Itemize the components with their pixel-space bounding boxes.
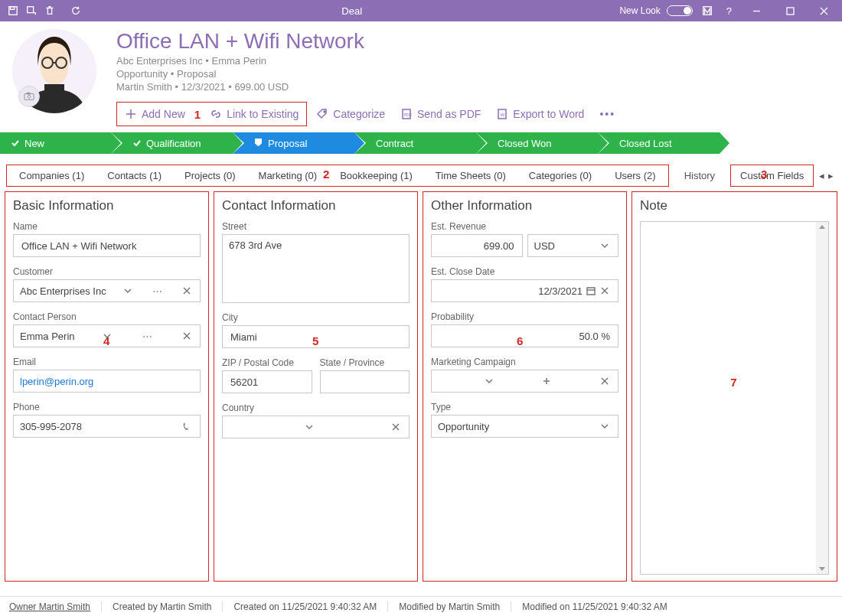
note-textarea[interactable]: [640, 221, 829, 575]
minimize-button[interactable]: [742, 0, 770, 21]
email-label: Email: [13, 357, 201, 367]
clear-icon[interactable]: [389, 422, 403, 432]
stage-contract[interactable]: Contract: [354, 132, 476, 154]
maximize-button[interactable]: [776, 0, 804, 21]
email-link[interactable]: lperin@perin.org: [20, 376, 93, 387]
clear-icon[interactable]: [598, 286, 612, 295]
phone-field[interactable]: 305-995-2078: [13, 415, 201, 438]
help-icon[interactable]: ?: [722, 5, 736, 17]
chevron-down-icon[interactable]: [598, 241, 612, 250]
refresh-icon[interactable]: [67, 2, 84, 19]
clear-icon[interactable]: [180, 331, 194, 341]
tabs-scroll-left[interactable]: ◂: [819, 171, 827, 181]
calendar-icon[interactable]: [584, 286, 598, 295]
panel-basic: Basic Information Name Customer Abc Ente…: [5, 191, 209, 582]
stage-qualification[interactable]: Qualification: [111, 132, 233, 154]
phone-label: Phone: [13, 402, 201, 412]
clear-icon[interactable]: [598, 376, 612, 386]
new-look-toggle[interactable]: [667, 5, 693, 16]
currency-field[interactable]: USD: [527, 234, 619, 257]
street-field[interactable]: 678 3rd Ave: [222, 234, 410, 303]
header-company[interactable]: Abc Enterprises Inc: [116, 55, 203, 67]
header-main: Office LAN + Wifi Network Abc Enterprise…: [96, 29, 830, 126]
state-field[interactable]: [320, 370, 410, 393]
name-field[interactable]: [13, 234, 201, 257]
email-field[interactable]: lperin@perin.org: [13, 370, 201, 393]
plus-icon[interactable]: [540, 376, 553, 386]
tab-contacts[interactable]: Contacts (1): [96, 168, 172, 184]
contact-person-field[interactable]: Emma Perin ⋯: [13, 324, 201, 347]
chevron-down-icon[interactable]: [100, 331, 114, 341]
panels: Basic Information Name Customer Abc Ente…: [0, 187, 842, 582]
export-word-button[interactable]: WExport to Word: [490, 105, 590, 123]
close-button[interactable]: [810, 0, 837, 21]
tab-users[interactable]: Users (2): [604, 168, 666, 184]
more-actions-button[interactable]: •••: [593, 105, 622, 123]
clear-icon[interactable]: [180, 286, 194, 295]
annotation-box-3: Custom Fields: [730, 165, 814, 187]
tab-history[interactable]: History: [674, 168, 726, 184]
tab-timesheets[interactable]: Time Sheets (0): [425, 168, 517, 184]
annotation-7: 7: [730, 376, 736, 389]
country-field[interactable]: [222, 416, 410, 438]
camera-icon[interactable]: [18, 86, 40, 107]
tab-categories[interactable]: Categories (0): [518, 168, 602, 184]
zip-field[interactable]: [222, 370, 312, 393]
campaign-label: Marketing Campaign: [431, 357, 618, 367]
save-icon[interactable]: [5, 2, 21, 19]
svg-rect-5: [787, 8, 794, 15]
window-title: Deal: [84, 5, 619, 17]
header-subline-1: Abc Enterprises Inc • Emma Perin: [116, 55, 830, 67]
stage-new[interactable]: New: [0, 132, 111, 154]
tabs-scroll-right[interactable]: ▸: [828, 171, 836, 181]
delete-icon[interactable]: [41, 2, 58, 19]
chevron-down-icon[interactable]: [482, 376, 496, 386]
city-field[interactable]: [222, 325, 410, 348]
tab-companies[interactable]: Companies (1): [8, 168, 95, 184]
tabs-scroll-nav: ◂ ▸: [819, 171, 836, 181]
close-date-field[interactable]: [431, 279, 618, 302]
panel-note: Note 7: [632, 191, 837, 582]
stage-closed-won[interactable]: Closed Won: [476, 132, 598, 154]
state-label: State / Province: [320, 357, 410, 368]
add-new-button[interactable]: Add New: [119, 105, 191, 123]
chevron-down-icon[interactable]: [598, 422, 612, 431]
svg-text:W: W: [501, 112, 505, 117]
country-label: Country: [222, 403, 410, 413]
panel-note-title: Note: [640, 198, 829, 213]
svg-point-13: [324, 111, 325, 112]
svg-point-9: [28, 96, 31, 99]
categorize-button[interactable]: Categorize: [310, 105, 391, 123]
deal-title: Office LAN + Wifi Network: [116, 29, 830, 54]
city-label: City: [222, 312, 410, 323]
tab-marketing[interactable]: Marketing (0): [248, 168, 328, 184]
chevron-down-icon[interactable]: [121, 286, 135, 295]
chevron-down-icon[interactable]: [302, 422, 316, 432]
campaign-field[interactable]: [431, 370, 618, 393]
type-field[interactable]: Opportunity: [431, 415, 618, 438]
tab-custom-fields[interactable]: Custom Fields: [733, 168, 811, 184]
app-icon[interactable]: [699, 2, 716, 19]
panel-basic-title: Basic Information: [13, 198, 201, 213]
stage-closed-lost[interactable]: Closed Lost: [598, 132, 720, 154]
header-contact[interactable]: Emma Perin: [212, 55, 267, 67]
titlebar-right: New Look ?: [619, 0, 842, 21]
phone-icon[interactable]: [180, 422, 194, 431]
send-pdf-button[interactable]: PDFSend as PDF: [394, 105, 487, 123]
ellipsis-icon[interactable]: ⋯: [150, 285, 165, 297]
save-new-icon[interactable]: [23, 2, 40, 19]
titlebar-left-tools: [0, 2, 84, 19]
tab-bookkeeping[interactable]: Bookkeeping (1): [329, 168, 423, 184]
status-owner[interactable]: Owner Martin Smith: [9, 601, 102, 612]
status-bar: Owner Martin Smith Created by Martin Smi…: [0, 596, 842, 616]
revenue-field[interactable]: [431, 234, 523, 257]
ellipsis-icon[interactable]: ⋯: [140, 331, 155, 342]
probability-field[interactable]: [431, 324, 618, 347]
note-scrollbar[interactable]: [816, 222, 828, 574]
link-existing-button[interactable]: Link to Existing: [204, 105, 305, 123]
tab-projects[interactable]: Projects (0): [174, 168, 246, 184]
customer-field[interactable]: Abc Enterprises Inc ⋯: [13, 279, 201, 302]
action-row: Add New 1 Link to Existing Categorize PD…: [116, 102, 830, 126]
stage-proposal[interactable]: Proposal: [233, 132, 354, 154]
stage-bar: New Qualification Proposal Contract Clos…: [0, 132, 842, 154]
